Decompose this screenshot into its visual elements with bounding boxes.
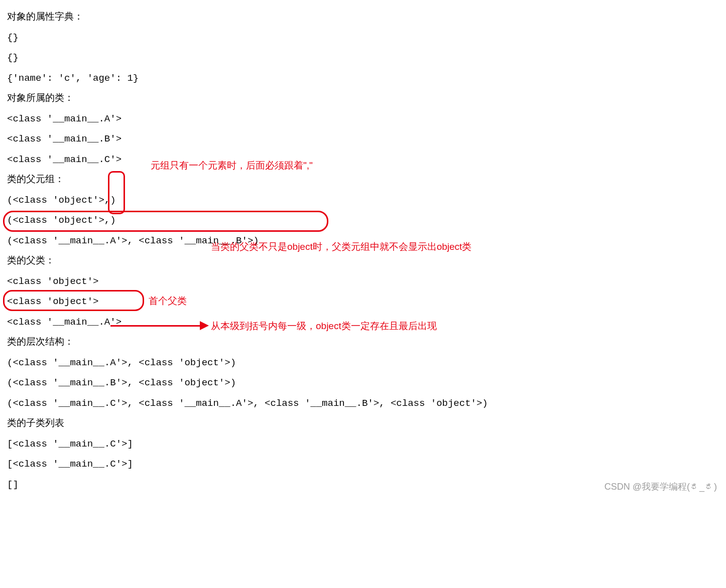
code-line: (<class '__main__.A'>, <class 'object'>) [7, 353, 719, 373]
annotation-tuple-comma: 元组只有一个元素时，后面必须跟着"," [151, 159, 313, 173]
code-line: {} [7, 28, 719, 48]
highlight-box-comma [108, 171, 125, 214]
watermark: CSDN @我要学编程(ಥ_ಥ) [604, 480, 717, 494]
annotation-first-parent: 首个父类 [149, 294, 187, 309]
code-line: {} [7, 48, 719, 68]
code-line: (<class '__main__.B'>, <class 'object'>) [7, 373, 719, 393]
code-line: (<class '__main__.C'>, <class '__main__.… [7, 393, 719, 414]
code-line: {'name': 'c', 'age': 1} [7, 68, 719, 89]
code-line: 对象所属的类： [7, 88, 719, 109]
code-line: <class '__main__.B'> [7, 129, 719, 150]
code-line: <class '__main__.C'> [7, 150, 719, 170]
code-line: [<class '__main__.C'>] [7, 454, 719, 475]
highlight-box-tuple [3, 211, 328, 232]
code-line: <class 'object'> [7, 271, 719, 292]
annotation-mro: 从本级到括号内每一级，object类一定存在且最后出现 [211, 319, 437, 334]
code-line: 类的层次结构： [7, 332, 719, 353]
highlight-box-first-parent [3, 290, 144, 311]
code-line: [<class '__main__.C'>] [7, 434, 719, 455]
code-line: 类的子类列表 [7, 413, 719, 434]
annotation-parent-object: 当类的父类不只是object时，父类元组中就不会显示出object类 [211, 240, 471, 254]
code-line: <class '__main__.A'> [7, 109, 719, 129]
code-line: 对象的属性字典： [7, 7, 719, 28]
